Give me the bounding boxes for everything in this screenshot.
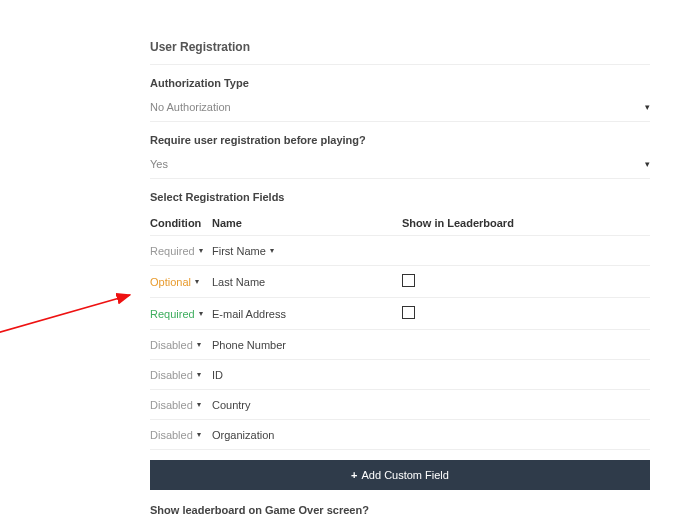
show-in-leaderboard-cell — [402, 306, 650, 321]
checkbox[interactable] — [402, 306, 415, 319]
condition-select[interactable]: Required▾ — [150, 308, 212, 320]
show-leaderboard-label: Show leaderboard on Game Over screen? — [150, 504, 650, 516]
panel-title: User Registration — [150, 40, 650, 54]
caret-down-icon: ▾ — [197, 400, 201, 409]
caret-down-icon: ▾ — [199, 246, 203, 255]
condition-select[interactable]: Optional▾ — [150, 276, 212, 288]
auth-type-select[interactable]: No Authorization ▾ — [150, 95, 650, 122]
fields-heading: Select Registration Fields — [150, 191, 650, 203]
field-name: Phone Number — [212, 339, 402, 351]
table-row: Required▾E-mail Address — [150, 298, 650, 330]
condition-select[interactable]: Disabled▾ — [150, 399, 212, 411]
fields-table-body: Required▾First Name▾Optional▾Last NameRe… — [150, 236, 650, 450]
pointer-arrow — [0, 280, 150, 340]
field-name: ID — [212, 369, 402, 381]
caret-down-icon: ▾ — [645, 102, 650, 112]
user-registration-panel: User Registration Authorization Type No … — [150, 40, 650, 521]
field-name: E-mail Address — [212, 308, 402, 320]
require-registration-select[interactable]: Yes ▾ — [150, 152, 650, 179]
table-row: Disabled▾Country — [150, 390, 650, 420]
field-name: Country — [212, 399, 402, 411]
table-row: Disabled▾Phone Number — [150, 330, 650, 360]
col-name: Name — [212, 217, 402, 229]
caret-down-icon: ▾ — [197, 430, 201, 439]
condition-value: Disabled — [150, 399, 193, 411]
table-row: Required▾First Name▾ — [150, 236, 650, 266]
show-in-leaderboard-cell — [402, 274, 650, 289]
auth-type-label: Authorization Type — [150, 77, 650, 89]
table-row: Optional▾Last Name — [150, 266, 650, 298]
auth-type-value: No Authorization — [150, 101, 231, 113]
condition-select[interactable]: Required▾ — [150, 245, 212, 257]
caret-down-icon: ▾ — [270, 246, 274, 255]
table-row: Disabled▾Organization — [150, 420, 650, 450]
require-registration-value: Yes — [150, 158, 168, 170]
field-name-text: Phone Number — [212, 339, 286, 351]
field-name: Last Name — [212, 276, 402, 288]
col-show: Show in Leaderboard — [402, 217, 650, 229]
divider — [150, 64, 650, 65]
condition-value: Disabled — [150, 369, 193, 381]
field-name-text: E-mail Address — [212, 308, 286, 320]
table-row: Disabled▾ID — [150, 360, 650, 390]
require-registration-label: Require user registration before playing… — [150, 134, 650, 146]
caret-down-icon: ▾ — [645, 159, 650, 169]
condition-select[interactable]: Disabled▾ — [150, 369, 212, 381]
checkbox[interactable] — [402, 274, 415, 287]
field-name-text: Organization — [212, 429, 274, 441]
svg-line-1 — [0, 295, 130, 335]
field-name-text: Country — [212, 399, 251, 411]
add-custom-field-button[interactable]: + Add Custom Field — [150, 460, 650, 490]
condition-value: Optional — [150, 276, 191, 288]
field-name: Organization — [212, 429, 402, 441]
add-custom-field-label: Add Custom Field — [362, 469, 449, 481]
caret-down-icon: ▾ — [199, 309, 203, 318]
condition-value: Required — [150, 308, 195, 320]
field-name-text: First Name — [212, 245, 266, 257]
plus-icon: + — [351, 469, 357, 481]
field-name-text: Last Name — [212, 276, 265, 288]
fields-table-header: Condition Name Show in Leaderboard — [150, 211, 650, 236]
condition-value: Disabled — [150, 339, 193, 351]
caret-down-icon: ▾ — [197, 370, 201, 379]
caret-down-icon: ▾ — [195, 277, 199, 286]
condition-select[interactable]: Disabled▾ — [150, 429, 212, 441]
condition-value: Required — [150, 245, 195, 257]
field-name: First Name▾ — [212, 245, 402, 257]
caret-down-icon: ▾ — [197, 340, 201, 349]
condition-value: Disabled — [150, 429, 193, 441]
condition-select[interactable]: Disabled▾ — [150, 339, 212, 351]
field-name-text: ID — [212, 369, 223, 381]
col-condition: Condition — [150, 217, 212, 229]
